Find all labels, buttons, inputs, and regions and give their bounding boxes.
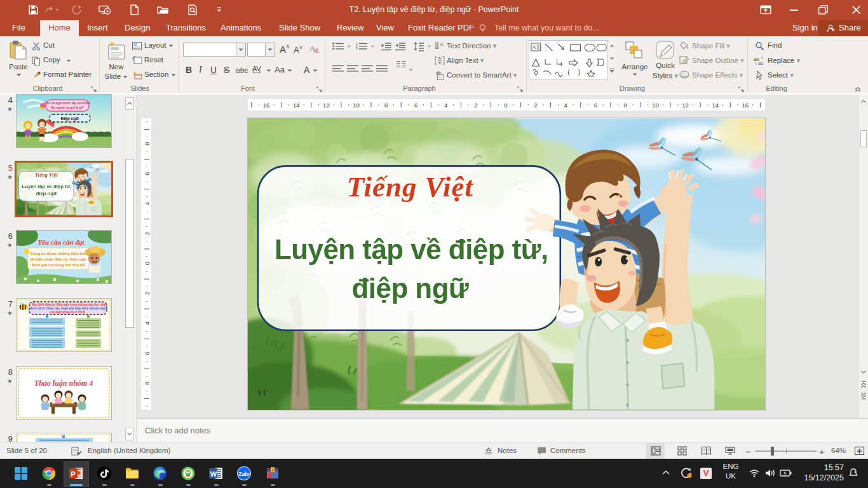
svg-text:0: 0 [504, 102, 507, 109]
svg-text:12: 12 [323, 102, 330, 109]
svg-text:0: 0 [144, 262, 151, 265]
svg-text:6: 6 [414, 102, 417, 109]
svg-text:P: P [71, 470, 75, 478]
svg-text:điệp ngữ: điệp ngữ [36, 191, 57, 196]
svg-text:A: A [309, 43, 316, 53]
svg-text:16: 16 [742, 102, 749, 109]
svg-text:Luyện tập về điệp từ,: Luyện tập về điệp từ, [22, 184, 71, 189]
svg-text:Tiếng Việt: Tiếng Việt [35, 172, 58, 178]
svg-text:Yêu cầu cần đạt: Yêu cầu cần đạt [37, 238, 85, 246]
svg-text:của biện pháp đó ở cột B.: của biện pháp đó ở cột B. [50, 311, 86, 314]
svg-text:6: 6 [144, 351, 151, 355]
svg-text:2: 2 [144, 232, 151, 235]
svg-text:6: 6 [594, 102, 597, 109]
svg-text:ac: ac [758, 60, 763, 65]
svg-text:10: 10 [353, 102, 360, 109]
svg-text:lần người ta gọi là gì?: lần người ta gọi là gì? [51, 105, 84, 109]
svg-text:Điệp ngữ: Điệp ngữ [61, 116, 79, 121]
svg-text:văn ở cột A. Chọn câu, đoạn ph: văn ở cột A. Chọn câu, đoạn phù hợp với … [29, 307, 107, 310]
svg-text:16: 16 [263, 102, 270, 109]
svg-text:8: 8 [384, 102, 388, 109]
svg-text:8: 8 [144, 142, 151, 145]
svg-text:Luyện tập về điệp từ,: Luyện tập về điệp từ, [275, 234, 548, 265]
svg-text:14: 14 [712, 102, 719, 109]
svg-text:14: 14 [293, 102, 300, 109]
svg-text:4: 4 [144, 322, 151, 325]
svg-text:Zalo: Zalo [238, 471, 249, 477]
svg-text:z: z [854, 470, 856, 473]
svg-text:A: A [440, 41, 444, 48]
svg-text:W: W [210, 470, 217, 478]
svg-text:Các từ ngữ được lặp lại nhiều: Các từ ngữ được lặp lại nhiều [44, 101, 90, 105]
svg-text:về biện pháp điệp từ, điệp ngữ: về biện pháp điệp từ, điệp ngữ, [30, 257, 87, 261]
svg-text:8: 8 [144, 381, 151, 384]
svg-text:A: A [532, 44, 536, 50]
svg-text:2: 2 [144, 292, 151, 295]
svg-text:10: 10 [652, 102, 659, 109]
svg-text:2: 2 [474, 102, 477, 109]
svg-text:4: 4 [144, 202, 151, 205]
svg-text:8: 8 [624, 102, 627, 109]
svg-text:1. Xác định điệp từ, điệp ngữ: 1. Xác định điệp từ, điệp ngữ trong nhữn… [29, 303, 107, 306]
svg-text:6: 6 [144, 172, 151, 175]
svg-text:2: 2 [534, 102, 537, 109]
svg-text:điệp ngữ: điệp ngữ [351, 273, 468, 304]
svg-text:Tiếng Việt: Tiếng Việt [347, 171, 474, 203]
svg-text:12: 12 [682, 102, 689, 109]
svg-text:3: 3 [356, 47, 358, 51]
svg-text:4: 4 [444, 102, 447, 109]
svg-text:khơi gợi sự hứng thú của HS: khơi gợi sự hứng thú của HS [32, 263, 85, 267]
svg-text:Củng cố được những hiểu biết: Củng cố được những hiểu biết [31, 252, 86, 255]
svg-text:4: 4 [564, 102, 567, 109]
svg-text:Thảo luận nhóm 4: Thảo luận nhóm 4 [34, 379, 93, 388]
